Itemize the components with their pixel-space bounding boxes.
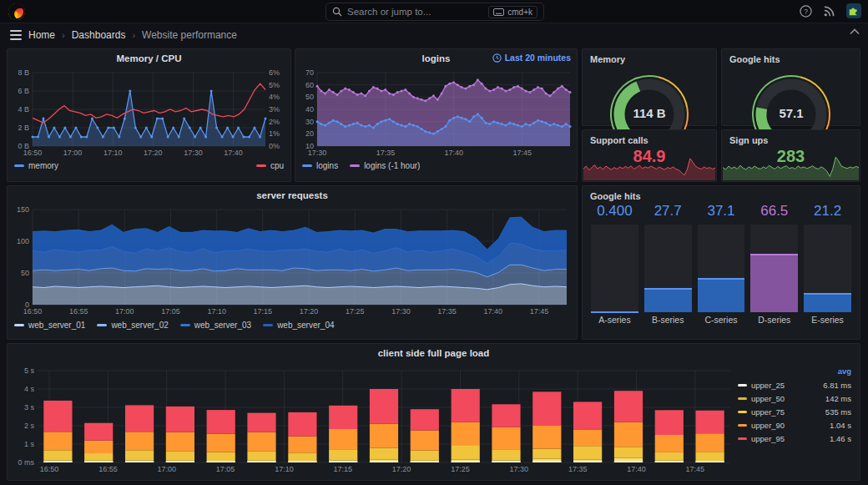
legend-item-upper-90[interactable]: upper_90 1.04 s <box>736 418 853 432</box>
legend-item-cpu[interactable]: cpu <box>256 161 284 170</box>
bar-gauge-label: C-series <box>698 315 745 327</box>
panel-title[interactable]: Memory / CPU <box>8 49 290 68</box>
svg-text:40: 40 <box>305 105 314 114</box>
page-load-legend: avg upper_25 6.81 ms upper_50 142 ms upp… <box>736 366 853 445</box>
help-icon[interactable]: ? <box>800 5 812 18</box>
bar-gauge-value: 66.5 <box>750 203 798 223</box>
search-input[interactable]: Search or jump to... cmd+k <box>326 3 544 21</box>
legend-item-upper-25[interactable]: upper_25 6.81 ms <box>736 378 853 392</box>
legend-item-web-server-01[interactable]: web_server_01 <box>14 321 85 330</box>
logins-chart[interactable]: 17:3017:3517:4017:4510203040506070 <box>295 68 577 159</box>
memory-cpu-chart[interactable]: 16:5017:0017:1017:2017:3017:400 B2 B4 B6… <box>8 68 290 159</box>
news-icon[interactable] <box>823 5 835 18</box>
svg-text:17:35: 17:35 <box>568 465 588 473</box>
svg-text:16:55: 16:55 <box>69 307 88 316</box>
svg-text:17:10: 17:10 <box>207 307 226 316</box>
bar-gauge-c-series[interactable]: 37.1C-series <box>698 203 745 327</box>
svg-text:17:00: 17:00 <box>63 149 83 157</box>
svg-text:6%: 6% <box>269 68 280 77</box>
svg-text:5%: 5% <box>269 81 280 89</box>
legend-item-logins-1hour[interactable]: logins (-1 hour) <box>350 161 420 170</box>
legend-item-memory[interactable]: memory <box>14 161 58 170</box>
svg-text:6 B: 6 B <box>18 87 29 95</box>
breadcrumb-home[interactable]: Home <box>28 29 55 41</box>
svg-text:17:05: 17:05 <box>161 307 180 316</box>
svg-text:100: 100 <box>17 237 29 245</box>
panel-title[interactable]: Support calls <box>583 130 716 145</box>
panel-memory-cpu: Memory / CPU 16:5017:0017:1017:2017:3017… <box>7 48 291 182</box>
svg-text:17:15: 17:15 <box>334 465 353 473</box>
svg-text:10: 10 <box>305 142 314 150</box>
menu-icon[interactable] <box>10 30 22 40</box>
memory-gauge[interactable]: 114 B <box>591 64 708 119</box>
svg-text:17:20: 17:20 <box>392 465 411 473</box>
svg-text:0 B: 0 B <box>18 142 29 150</box>
svg-text:1 s: 1 s <box>24 440 35 448</box>
avatar[interactable] <box>846 3 861 18</box>
bar-gauge-a-series[interactable]: 0.400A-series <box>591 203 638 327</box>
bar-gauge-track <box>804 225 851 312</box>
bar-gauge-b-series[interactable]: 27.7B-series <box>644 203 692 327</box>
panel-title[interactable]: server requests <box>8 186 577 205</box>
svg-text:17:20: 17:20 <box>144 149 163 157</box>
time-range-button[interactable]: Last 20 minutes <box>492 53 571 63</box>
svg-text:17:30: 17:30 <box>510 465 529 473</box>
legend-item-web-server-02[interactable]: web_server_02 <box>97 321 168 330</box>
bar-gauge-track <box>750 225 798 312</box>
legend-item-web-server-03[interactable]: web_server_03 <box>180 321 251 330</box>
svg-text:150: 150 <box>17 205 29 214</box>
legend-avg-header[interactable]: avg <box>736 366 853 378</box>
legend-item-web-server-04[interactable]: web_server_04 <box>263 321 334 330</box>
bar-gauge-label: B-series <box>644 315 692 327</box>
bar-gauge-label: D-series <box>750 315 798 327</box>
chevron-up-icon[interactable] <box>850 28 860 35</box>
legend-item-upper-50[interactable]: upper_50 142 ms <box>736 392 853 405</box>
panel-title[interactable]: Memory <box>583 49 716 64</box>
legend-item-upper-95[interactable]: upper_95 1.46 s <box>736 432 853 445</box>
svg-text:17:40: 17:40 <box>224 149 243 157</box>
breadcrumb-page-title: Website performance <box>142 29 237 41</box>
panel-title[interactable]: Google hits <box>583 186 860 201</box>
svg-text:8 B: 8 B <box>18 68 29 77</box>
svg-text:17:05: 17:05 <box>216 465 235 473</box>
svg-text:1%: 1% <box>269 129 280 138</box>
svg-text:0%: 0% <box>269 142 280 150</box>
svg-text:0 ms: 0 ms <box>18 458 34 467</box>
breadcrumb-dashboards[interactable]: Dashboards <box>72 29 126 41</box>
panel-title[interactable]: Google hits <box>722 49 860 64</box>
bar-gauge-value: 37.1 <box>698 203 745 223</box>
panel-title[interactable]: Sign ups <box>722 130 860 145</box>
svg-text:17:20: 17:20 <box>300 307 319 316</box>
support-calls-value: 84.9 <box>583 147 716 166</box>
svg-text:2 B: 2 B <box>18 124 29 132</box>
bar-gauge-d-series[interactable]: 66.5D-series <box>750 203 798 327</box>
panel-title[interactable]: client side full page load <box>8 344 860 362</box>
bar-gauge-track <box>591 225 638 312</box>
server-requests-chart[interactable]: 16:5016:5517:0017:0517:1017:1517:2017:25… <box>8 205 577 319</box>
panel-support-calls: Support calls 84.9 <box>582 129 717 182</box>
svg-text:4%: 4% <box>269 93 280 101</box>
svg-text:3%: 3% <box>269 105 280 114</box>
page-load-chart[interactable]: 16:5016:5517:0017:0517:1017:1517:2017:25… <box>8 362 735 477</box>
panel-server-requests: server requests 16:5016:5517:0017:0517:1… <box>7 185 578 340</box>
bar-gauge-e-series[interactable]: 21.2E-series <box>804 203 851 327</box>
grafana-logo[interactable] <box>6 1 28 23</box>
keyboard-icon <box>493 8 504 16</box>
panel-sign-ups: Sign ups 283 <box>721 129 860 182</box>
clock-icon <box>492 53 502 63</box>
google-hits-gauge[interactable]: 57.1 <box>733 64 850 119</box>
svg-text:17:10: 17:10 <box>275 465 294 473</box>
search-placeholder: Search or jump to... <box>347 7 483 17</box>
bar-gauge-value: 21.2 <box>804 203 851 223</box>
svg-text:17:40: 17:40 <box>483 307 502 316</box>
svg-text:17:25: 17:25 <box>346 307 365 316</box>
svg-text:17:35: 17:35 <box>376 149 396 157</box>
svg-text:3 s: 3 s <box>24 403 35 412</box>
svg-text:50: 50 <box>305 93 314 101</box>
legend-item-upper-75[interactable]: upper_75 535 ms <box>736 405 853 418</box>
svg-text:17:15: 17:15 <box>254 307 273 316</box>
bar-gauge-track <box>644 225 692 312</box>
bar-gauge-label: E-series <box>804 315 851 327</box>
legend-item-logins[interactable]: logins <box>302 161 338 170</box>
breadcrumb-separator: › <box>132 30 135 40</box>
